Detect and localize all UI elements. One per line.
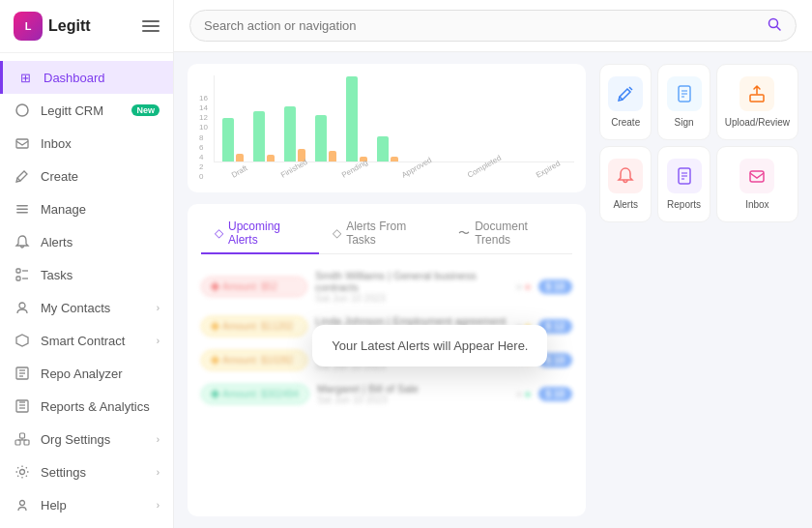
svg-rect-2 <box>16 205 28 207</box>
quick-action-label: Create <box>611 117 640 128</box>
sidebar-item-settings[interactable]: Settings › <box>0 455 173 488</box>
repo-icon <box>14 365 31 382</box>
bar-green <box>315 115 327 161</box>
bar-orange <box>236 154 244 161</box>
dot <box>516 392 522 397</box>
sidebar-item-create[interactable]: Create <box>0 160 173 192</box>
quick-action-label: Sign <box>675 117 694 128</box>
alert-pill-orange2: Amount: $10282 <box>201 350 307 370</box>
quick-actions-grid: Create Sign Upload/Review <box>599 64 798 222</box>
bar-green <box>222 118 234 161</box>
sidebar-item-smart-contract[interactable]: Smart Contract › <box>0 324 173 357</box>
quick-action-reports[interactable]: Reports <box>657 146 710 222</box>
sidebar-item-repo-analyzer[interactable]: Repo Analyzer <box>0 357 173 390</box>
svg-rect-33 <box>750 95 764 102</box>
svg-line-27 <box>777 27 781 31</box>
alerts-icon <box>14 233 31 250</box>
bar-orange <box>267 155 275 161</box>
bar-green <box>377 136 389 161</box>
dashboard-icon: ⊞ <box>16 69 34 86</box>
sidebar-item-my-contacts[interactable]: My Contacts › <box>0 291 173 324</box>
smart-contract-icon <box>14 332 31 349</box>
inbox-icon <box>14 134 31 152</box>
org-icon <box>14 430 31 448</box>
sidebar-item-label: Reports & Analytics <box>41 399 160 414</box>
diamond-icon <box>211 390 220 399</box>
quick-action-label: Upload/Review <box>725 117 790 128</box>
svg-point-24 <box>20 470 25 475</box>
y-label: 10 <box>199 123 208 132</box>
sidebar-header: L Legitt <box>0 0 173 53</box>
tab-label: Document Trends <box>475 220 559 247</box>
sidebar-item-label: Help <box>41 498 147 513</box>
search-input[interactable] <box>204 18 759 33</box>
svg-rect-4 <box>16 212 28 214</box>
brand-name: Legitt <box>48 17 91 35</box>
chevron-right-icon: › <box>157 500 160 511</box>
svg-rect-20 <box>20 433 25 438</box>
sidebar-item-label: Create <box>41 169 160 184</box>
sidebar-item-manage[interactable]: Manage <box>0 192 173 225</box>
tab-document-trends[interactable]: 〜 Document Trends <box>445 214 572 254</box>
chevron-right-icon: › <box>157 303 160 313</box>
content-right: Create Sign Upload/Review <box>599 52 812 528</box>
search-box[interactable] <box>189 10 797 42</box>
svg-rect-38 <box>750 171 764 182</box>
alert-amount-badge: $ 10 <box>538 387 572 401</box>
diamond-icon <box>211 282 220 292</box>
tab-icon: ◇ <box>333 226 341 240</box>
upload-qa-icon <box>740 76 774 111</box>
sidebar-item-help[interactable]: Help › <box>0 488 173 521</box>
quick-action-sign[interactable]: Sign <box>657 64 710 140</box>
alert-amount-text: Amount: $10282 <box>222 355 293 366</box>
quick-action-upload-review[interactable]: Upload/Review <box>716 64 798 140</box>
alert-pill-teal: Amount: $302494 <box>201 384 309 404</box>
tab-alerts-from-tasks[interactable]: ◇ Alerts From Tasks <box>319 214 445 254</box>
content-area: 16 14 12 10 8 6 4 2 0 <box>174 52 812 528</box>
chevron-right-icon: › <box>157 434 160 445</box>
svg-point-9 <box>19 303 25 308</box>
chevron-right-icon: › <box>157 467 160 478</box>
bar-green <box>346 76 358 161</box>
logo-area: L Legitt <box>14 12 91 41</box>
hamburger-menu[interactable] <box>142 20 160 32</box>
sidebar-item-legitt-crm[interactable]: Legitt CRM New <box>0 94 173 127</box>
alerts-list-container: Amount: $52 Smith Williams | General bus… <box>201 264 572 411</box>
sidebar-item-reports-analytics[interactable]: Reports & Analytics <box>0 390 173 423</box>
alert-name: Margaret | Bill of Sale <box>317 383 508 395</box>
sidebar-item-label: Legitt CRM <box>41 103 122 118</box>
topbar <box>174 0 812 52</box>
reports-qa-icon <box>667 159 702 193</box>
sidebar-item-label: Settings <box>41 465 147 480</box>
alert-row: Amount: $302494 Margaret | Bill of Sale … <box>201 377 572 411</box>
sidebar-item-alerts[interactable]: Alerts <box>0 225 173 258</box>
tasks-icon <box>14 266 31 283</box>
sidebar-item-dashboard[interactable]: ⊞ Dashboard <box>0 61 173 94</box>
diamond-icon <box>211 322 220 332</box>
tab-upcoming-alerts[interactable]: ◇ Upcoming Alerts <box>201 214 319 254</box>
quick-action-label: Inbox <box>745 199 768 210</box>
svg-rect-1 <box>16 139 28 148</box>
help-icon <box>14 496 31 513</box>
quick-action-create[interactable]: Create <box>599 64 652 140</box>
sidebar-item-tasks[interactable]: Tasks <box>0 258 173 291</box>
quick-action-inbox[interactable]: Inbox <box>716 146 798 222</box>
latest-alerts-tooltip: Your Latest Alerts will Appear Here. <box>312 325 547 367</box>
manage-icon <box>14 200 31 218</box>
y-label: 0 <box>199 172 208 181</box>
sidebar-item-inbox[interactable]: Inbox <box>0 127 173 160</box>
quick-action-alerts[interactable]: Alerts <box>599 146 652 222</box>
alert-amount-text: Amount: $11202 <box>222 321 293 332</box>
logo-icon: L <box>14 12 43 41</box>
bar-orange <box>391 157 398 161</box>
sidebar-item-org-settings[interactable]: Org Settings › <box>0 423 173 455</box>
sidebar-item-label: Dashboard <box>44 71 160 85</box>
alert-amount-text: Amount: $52 <box>222 281 277 292</box>
bar-green <box>284 106 296 161</box>
tab-icon: 〜 <box>458 225 470 242</box>
content-left: 16 14 12 10 8 6 4 2 0 <box>174 52 599 528</box>
alert-pill-red: Amount: $52 <box>201 277 307 297</box>
bar-green <box>253 111 265 161</box>
svg-marker-10 <box>16 335 28 346</box>
svg-line-28 <box>629 87 632 90</box>
